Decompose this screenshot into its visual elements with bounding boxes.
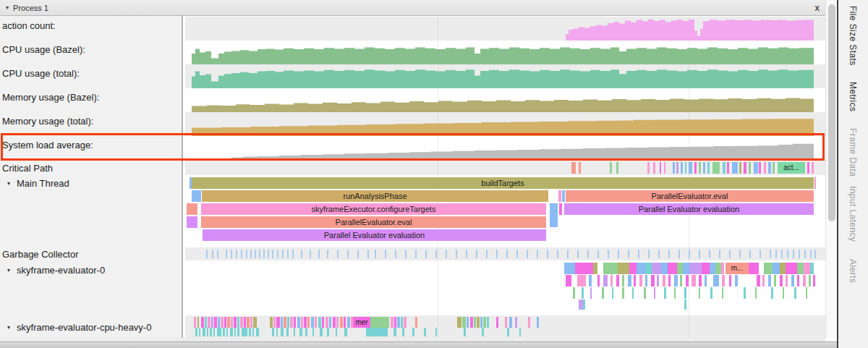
trace-event-block[interactable] <box>660 162 661 174</box>
event-tick[interactable] <box>699 250 700 258</box>
trace-event-block[interactable] <box>814 177 816 189</box>
trace-event-block[interactable] <box>699 162 701 174</box>
trace-event-block[interactable] <box>645 275 647 287</box>
trace-event-block[interactable] <box>797 263 804 274</box>
trace-event-block[interactable] <box>735 275 738 287</box>
trace-event-block[interactable] <box>276 317 280 328</box>
trace-event-block[interactable] <box>668 275 671 287</box>
trace-event-block[interactable] <box>301 317 303 328</box>
trace-event-block[interactable] <box>393 328 396 336</box>
event-tick[interactable] <box>775 250 777 258</box>
trace-event-block[interactable] <box>686 275 689 287</box>
trace-event-block[interactable] <box>318 317 321 328</box>
trace-event-block[interactable] <box>680 275 682 287</box>
trace-span[interactable]: runAnalysisPhase <box>202 190 548 202</box>
trace-event-block[interactable] <box>744 287 746 299</box>
trace-event-block[interactable] <box>211 317 213 328</box>
trace-event-block[interactable] <box>661 263 668 274</box>
trace-event-block[interactable] <box>477 317 480 328</box>
trace-event-block[interactable] <box>195 328 197 336</box>
event-tick[interactable] <box>577 250 579 258</box>
event-tick[interactable] <box>277 250 278 258</box>
trace-event-block[interactable] <box>412 328 414 336</box>
trace-event-block[interactable] <box>197 317 199 328</box>
event-tick[interactable] <box>749 250 751 258</box>
trace-event-block[interactable] <box>684 300 686 310</box>
trace-event-block[interactable] <box>227 317 230 328</box>
trace-event-block[interactable] <box>234 317 237 328</box>
trace-event-block[interactable] <box>673 162 675 174</box>
trace-event-block[interactable] <box>664 162 665 174</box>
trace-event-block[interactable] <box>187 203 197 215</box>
trace-event-block[interactable] <box>402 328 404 336</box>
trace-event-block[interactable] <box>794 287 796 299</box>
trace-event-block[interactable] <box>230 328 233 336</box>
trace-event-block[interactable] <box>699 287 700 299</box>
trace-span[interactable]: act... <box>778 162 805 174</box>
trace-event-block[interactable] <box>786 263 797 274</box>
trace-event-block[interactable] <box>201 317 204 328</box>
trace-event-block[interactable] <box>537 317 539 328</box>
trace-event-block[interactable] <box>564 263 575 274</box>
trace-event-block[interactable] <box>394 317 396 328</box>
event-tick[interactable] <box>506 250 508 258</box>
counter-chart-cpu-bazel[interactable] <box>185 41 825 64</box>
trace-event-block[interactable] <box>370 317 389 328</box>
trace-event-block[interactable] <box>242 328 247 336</box>
trace-event-block[interactable] <box>710 263 715 274</box>
counter-chart-action-count[interactable] <box>185 17 825 41</box>
trace-event-block[interactable] <box>762 275 765 287</box>
trace-event-block[interactable] <box>616 162 618 174</box>
trace-event-block[interactable] <box>610 275 613 287</box>
event-tick[interactable] <box>246 250 247 258</box>
event-tick[interactable] <box>255 250 256 258</box>
trace-event-block[interactable] <box>571 162 576 174</box>
counter-chart-sysload[interactable] <box>185 136 825 160</box>
trace-event-block[interactable] <box>505 317 507 328</box>
trace-event-block[interactable] <box>780 275 783 287</box>
trace-event-block[interactable] <box>307 317 310 328</box>
trace-event-block[interactable] <box>786 275 788 287</box>
trace-event-block[interactable] <box>470 317 473 328</box>
event-tick[interactable] <box>486 250 488 258</box>
trace-event-block[interactable] <box>496 317 498 328</box>
event-tick[interactable] <box>250 250 252 258</box>
trace-event-block[interactable] <box>652 263 661 274</box>
trace-event-block[interactable] <box>721 263 724 274</box>
trace-event-block[interactable] <box>287 317 289 328</box>
trace-event-block[interactable] <box>509 317 512 328</box>
trace-event-block[interactable] <box>294 317 296 328</box>
event-tick[interactable] <box>236 250 237 258</box>
trace-event-block[interactable] <box>674 275 678 287</box>
trace-event-block[interactable] <box>312 328 314 336</box>
trace-event-block[interactable] <box>294 328 295 336</box>
trace-event-block[interactable] <box>674 287 676 299</box>
sidebar-tab-file-size-stats[interactable]: File Size Stats <box>848 6 858 66</box>
trace-event-block[interactable] <box>773 162 775 174</box>
trace-event-block[interactable] <box>218 317 220 328</box>
trace-span[interactable]: m... <box>726 263 749 274</box>
event-tick[interactable] <box>516 250 518 258</box>
trace-event-block[interactable] <box>270 317 273 328</box>
trace-event-block[interactable] <box>507 328 509 336</box>
trace-event-block[interactable] <box>603 263 618 274</box>
trace-event-block[interactable] <box>483 317 486 328</box>
trace-event-block[interactable] <box>663 275 665 287</box>
trace-event-block[interactable] <box>657 275 659 287</box>
trace-event-block[interactable] <box>806 287 807 299</box>
trace-span[interactable]: ParallelEvaluator.eval <box>566 190 814 202</box>
trace-event-block[interactable] <box>803 275 806 287</box>
trace-event-block[interactable] <box>462 317 466 328</box>
event-tick[interactable] <box>456 250 457 258</box>
trace-event-block[interactable] <box>699 275 702 287</box>
trace-event-block[interactable] <box>480 317 482 328</box>
trace-event-block[interactable] <box>677 263 683 274</box>
event-tick[interactable] <box>318 250 320 258</box>
trace-event-block[interactable] <box>464 328 466 336</box>
trace-event-block[interactable] <box>253 317 257 328</box>
trace-event-block[interactable] <box>221 317 224 328</box>
trace-event-block[interactable] <box>654 287 655 299</box>
event-tick[interactable] <box>496 250 498 258</box>
trace-event-block[interactable] <box>237 317 239 328</box>
event-tick[interactable] <box>547 250 548 258</box>
